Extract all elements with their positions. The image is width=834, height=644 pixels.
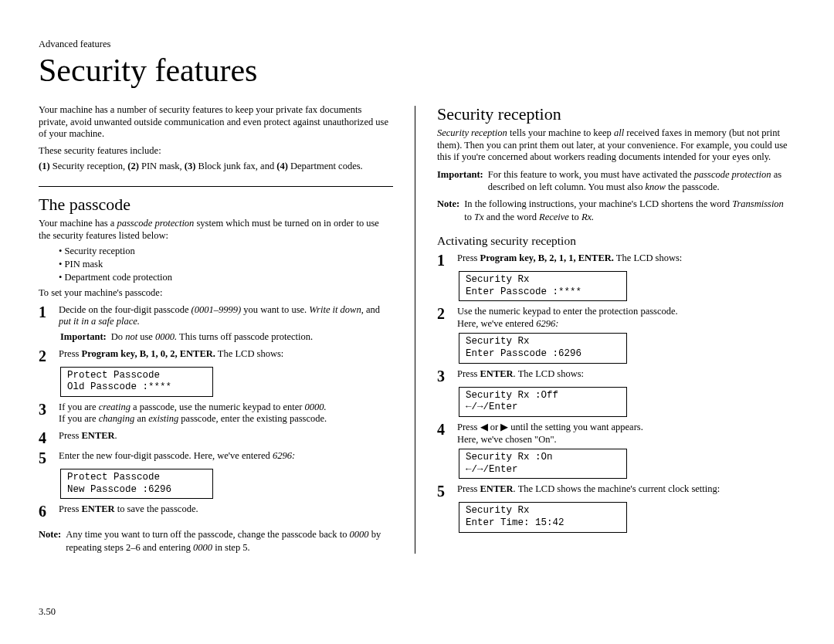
secrx-step-1: 1 Press Program key, B, 2, 1, 1, ENTER. …: [437, 253, 792, 268]
intro-para-2: These security features include:: [39, 145, 393, 158]
passcode-step-2: 2 Press Program key, B, 1, 0, 2, ENTER. …: [39, 348, 393, 364]
step-number: 2: [437, 306, 451, 330]
lcd-secrx-off: Security Rx :Off ←/→/Enter: [459, 387, 627, 417]
passcode-step-5: 5 Enter the new four-digit passcode. Her…: [39, 450, 393, 466]
secrx-note: Note: In the following instructions, you…: [437, 198, 792, 223]
heading-passcode: The passcode: [39, 195, 393, 215]
step-number: 3: [437, 368, 451, 384]
secrx-step-4: 4 Press ◀ or ▶ until the setting you wan…: [437, 422, 792, 446]
secrx-step-5: 5 Press ENTER. The LCD shows the machine…: [437, 483, 792, 499]
left-arrow-icon: ◀: [480, 422, 488, 432]
passcode-step-4: 4 Press ENTER.: [39, 430, 393, 446]
passcode-step-6: 6 Press ENTER to save the passcode.: [39, 503, 393, 519]
lcd-secrx-on: Security Rx :On ←/→/Enter: [459, 449, 627, 479]
right-arrow-icon: ▶: [500, 422, 508, 432]
step-number: 4: [437, 422, 451, 446]
section-separator: [39, 186, 393, 187]
passcode-note: Note: Any time you want to turn off the …: [39, 528, 393, 554]
list-item: PIN mask: [59, 258, 393, 271]
list-item: Security reception: [59, 245, 393, 258]
step-number: 1: [39, 304, 53, 328]
lcd-protect-old: Protect Passcode Old Passcode :****: [60, 367, 213, 397]
page-number: 3.50: [39, 606, 56, 618]
lcd-secrx-time: Security Rx Enter Time: 15:42: [459, 502, 627, 532]
intro-para-3: (1) Security reception, (2) PIN mask, (3…: [39, 161, 393, 173]
passcode-step-1: 1 Decide on the four-digit passcode (000…: [39, 304, 393, 328]
lcd-secrx-passcode-entered: Security Rx Enter Passcode :6296: [459, 333, 627, 363]
secrx-intro: Security reception tells your machine to…: [437, 127, 792, 164]
step-number: 3: [39, 402, 53, 425]
heading-security-reception: Security reception: [437, 104, 792, 124]
secrx-step-2: 2 Use the numeric keypad to enter the pr…: [437, 306, 792, 330]
step-number: 4: [39, 430, 53, 446]
intro-para-1: Your machine has a number of security fe…: [39, 104, 393, 141]
passcode-set-intro: To set your machine's passcode:: [39, 287, 393, 300]
passcode-feature-list: Security reception PIN mask Department c…: [39, 245, 393, 284]
page-title: Security features: [39, 52, 792, 89]
column-divider: [415, 106, 415, 554]
right-column: Security reception Security reception te…: [437, 104, 792, 554]
passcode-intro: Your machine has a passcode protection s…: [39, 218, 393, 242]
secrx-important: Important: For this feature to work, you…: [437, 168, 792, 194]
lcd-protect-new: Protect Passcode New Passcode :6296: [60, 469, 213, 499]
step-number: 1: [437, 253, 451, 268]
step-number: 6: [39, 503, 53, 519]
step-number: 2: [39, 348, 53, 364]
list-item: Department code protection: [59, 271, 393, 284]
step-number: 5: [437, 483, 451, 499]
step-number: 5: [39, 450, 53, 466]
heading-activating: Activating security reception: [437, 234, 792, 248]
secrx-step-3: 3 Press ENTER. The LCD shows:: [437, 368, 792, 384]
left-column: Your machine has a number of security fe…: [39, 104, 393, 554]
lcd-secrx-passcode-blank: Security Rx Enter Passcode :****: [459, 271, 627, 301]
running-header: Advanced features: [39, 39, 792, 50]
passcode-step-3: 3 If you are creating a passcode, use th…: [39, 402, 393, 425]
important-0000: Important: Do not use 0000. This turns o…: [60, 331, 393, 344]
